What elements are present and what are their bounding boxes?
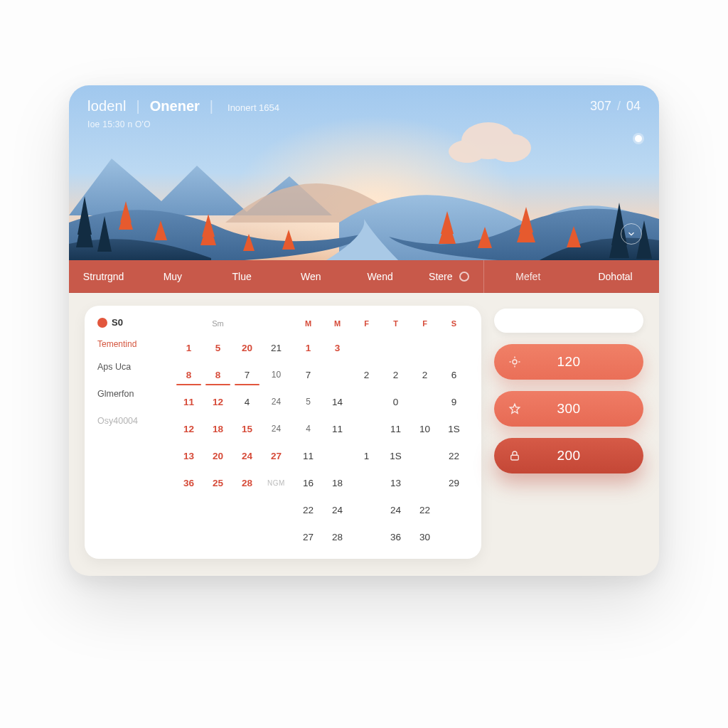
day-cell[interactable]: 11 [294, 442, 323, 469]
day-cell[interactable]: 24 [323, 496, 352, 523]
day-cell[interactable] [323, 442, 352, 469]
side-section-label: Tementind [97, 339, 167, 349]
day-cell[interactable]: 5 [203, 334, 232, 361]
day-cell[interactable]: 5 [294, 388, 323, 415]
stat-pill-0-value: 120 [557, 354, 580, 370]
brand-caption: Inonert 1654 [228, 102, 279, 113]
day-cell[interactable]: 11 [381, 415, 410, 442]
day-cell[interactable]: 21 [262, 334, 291, 361]
day-cell[interactable]: 30 [410, 523, 439, 550]
day-cell[interactable]: 27 [294, 523, 323, 550]
stat-pill-1[interactable]: 300 [494, 391, 643, 427]
tab-6[interactable]: Mefet [484, 271, 572, 282]
day-cell[interactable]: 7 [232, 361, 262, 388]
day-cell[interactable]: 0 [381, 388, 410, 415]
mh-r-2: F [352, 319, 381, 328]
day-cell[interactable]: 28 [323, 523, 352, 550]
day-cell[interactable]: 27 [262, 442, 291, 469]
day-cell[interactable]: 12 [174, 415, 203, 442]
day-cell[interactable] [410, 469, 439, 496]
day-cell[interactable]: 18 [203, 415, 232, 442]
day-cell[interactable] [410, 334, 439, 361]
day-cell[interactable]: 29 [439, 469, 469, 496]
day-cell[interactable]: 2 [352, 361, 381, 388]
day-cell[interactable]: 36 [174, 469, 203, 496]
side-item-0[interactable]: Aps Uca [97, 353, 167, 380]
day-cell[interactable]: 7 [294, 361, 323, 388]
month-right-headers: M M F T F S [294, 317, 469, 330]
day-cell[interactable] [410, 388, 439, 415]
tab-4[interactable]: Wend [346, 271, 414, 282]
day-cell[interactable]: 20 [232, 334, 262, 361]
day-cell[interactable]: 2 [381, 361, 410, 388]
day-cell[interactable]: 11 [323, 415, 352, 442]
day-cell[interactable]: 8 [174, 361, 203, 388]
day-cell[interactable]: 24 [232, 442, 262, 469]
day-cell[interactable]: 24 [262, 415, 291, 442]
day-cell[interactable] [352, 469, 381, 496]
day-cell[interactable]: 1 [294, 334, 323, 361]
day-cell[interactable]: 6 [439, 361, 469, 388]
day-cell[interactable]: 36 [381, 523, 410, 550]
stat-pill-2[interactable]: 200 [494, 438, 643, 473]
sun-icon [508, 355, 521, 368]
day-cell[interactable]: 4 [232, 388, 262, 415]
day-cell[interactable]: 22 [294, 496, 323, 523]
search-input[interactable] [494, 309, 643, 333]
day-cell[interactable]: 1S [381, 442, 410, 469]
tab-2[interactable]: Tlue [207, 271, 276, 282]
day-cell[interactable] [352, 523, 381, 550]
day-cell[interactable]: 13 [381, 469, 410, 496]
day-cell[interactable]: 4 [294, 415, 323, 442]
day-cell[interactable]: 1 [174, 334, 203, 361]
day-cell[interactable]: 8 [203, 361, 232, 388]
day-cell[interactable]: 28 [232, 469, 262, 496]
side-item-1[interactable]: Glmerfon [97, 380, 167, 407]
day-cell[interactable] [439, 496, 469, 523]
day-cell[interactable]: 3 [323, 334, 352, 361]
day-cell[interactable] [352, 496, 381, 523]
day-cell[interactable]: 11 [174, 388, 203, 415]
day-cell[interactable]: 14 [323, 388, 352, 415]
tab-3[interactable]: Wen [277, 271, 346, 282]
day-cell[interactable]: 24 [262, 388, 291, 415]
stat-pill-0[interactable]: 120 [494, 344, 643, 380]
day-cell[interactable]: 20 [203, 442, 232, 469]
day-cell[interactable] [352, 388, 381, 415]
day-cell[interactable] [439, 334, 469, 361]
day-cell[interactable] [381, 334, 410, 361]
day-cell[interactable]: 1 [352, 442, 381, 469]
day-cell[interactable] [352, 415, 381, 442]
day-cell[interactable] [410, 442, 439, 469]
mh-r-1: M [323, 319, 352, 328]
day-cell[interactable]: 12 [203, 388, 232, 415]
day-cell[interactable]: 15 [232, 415, 262, 442]
day-cell[interactable]: 25 [203, 469, 232, 496]
day-cell[interactable]: 10 [262, 361, 291, 388]
day-cell[interactable]: 1S [439, 415, 469, 442]
day-cell[interactable]: 2 [410, 361, 439, 388]
notification-dot[interactable] [635, 135, 642, 142]
tab-7[interactable]: Dohotal [572, 271, 659, 282]
expand-button[interactable] [621, 223, 642, 245]
day-cell[interactable]: 18 [323, 469, 352, 496]
star-icon [508, 402, 521, 415]
day-cell[interactable]: NGM [262, 469, 291, 496]
day-cell[interactable]: 13 [174, 442, 203, 469]
day-cell[interactable]: 24 [381, 496, 410, 523]
day-cell[interactable] [323, 361, 352, 388]
side-item-2[interactable]: Osy40004 [97, 407, 167, 434]
tab-5[interactable]: Stere [414, 271, 483, 282]
tab-1[interactable]: Muy [138, 271, 207, 282]
day-cell[interactable]: 22 [439, 442, 469, 469]
day-cell[interactable]: 16 [294, 469, 323, 496]
day-cell[interactable]: 10 [410, 415, 439, 442]
day-cell[interactable]: 22 [410, 496, 439, 523]
tab-0[interactable]: Strutrgnd [69, 271, 138, 282]
mh-r-5: S [439, 319, 469, 328]
day-cell[interactable]: 9 [439, 388, 469, 415]
brand-block: lodenl | Onener | Inonert 1654 [87, 98, 279, 114]
tab-5-label: Stere [429, 271, 452, 282]
day-cell[interactable] [439, 523, 469, 550]
day-cell[interactable] [352, 334, 381, 361]
